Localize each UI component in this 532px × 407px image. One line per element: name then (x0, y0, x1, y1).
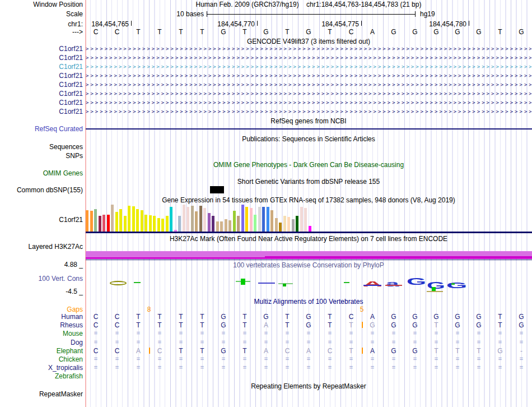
species-row-label-chicken[interactable]: Chicken (0, 355, 83, 363)
gtex-tissue-bar[interactable] (191, 206, 194, 232)
multiz-track-title[interactable]: Multiz Alignments of 100 Vertebrates (85, 298, 532, 306)
gtex-tissue-bar[interactable] (102, 215, 105, 232)
gtex-tissue-bar[interactable] (220, 221, 223, 232)
gencode-gene-label[interactable]: C1orf21 (0, 54, 83, 62)
gtex-tissue-bar[interactable] (128, 206, 130, 232)
gtex-tissue-bar[interactable] (153, 216, 156, 232)
gencode-gene-label[interactable]: C1orf21 (0, 45, 83, 53)
common-dbsnp-label[interactable]: Common dbSNP(155) (0, 186, 83, 194)
gencode-gene-label[interactable]: C1orf21 (0, 99, 83, 107)
gtex-tissue-bar[interactable] (157, 218, 160, 232)
sequences-row-label[interactable]: Sequences (0, 143, 83, 151)
gtex-tissue-bar[interactable] (170, 207, 172, 232)
gtex-tissue-bar[interactable] (90, 211, 93, 232)
gtex-tissue-bar[interactable] (161, 219, 164, 232)
refseq-curated-label[interactable]: RefSeq Curated (0, 125, 83, 133)
gencode-gene-label[interactable]: C1orf21 (0, 63, 83, 71)
gtex-tissue-bar[interactable] (241, 205, 244, 232)
gtex-tissue-bar[interactable] (258, 207, 261, 232)
refseq-curated-gene-line[interactable] (86, 128, 532, 130)
gtex-tissue-bar[interactable] (287, 217, 290, 232)
gtex-tissue-bar[interactable] (228, 220, 231, 232)
gtex-tissue-bar[interactable] (254, 215, 256, 232)
gtex-tissue-bar[interactable] (270, 210, 273, 232)
repeatmasker-track-title[interactable]: Repeating Elements by RepeatMasker (85, 382, 532, 390)
snps-row-label[interactable]: SNPs (0, 152, 83, 160)
repeatmasker-label[interactable]: RepeatMasker (0, 390, 83, 398)
gencode-gene-arrow-line[interactable]: >>>>>>>>>>>>>>>>>>>>>>>>>>>>>>>>>>>>>>>>… (86, 81, 531, 89)
gencode-gene-arrow-line[interactable]: >>>>>>>>>>>>>>>>>>>>>>>>>>>>>>>>>>>>>>>>… (86, 63, 531, 71)
gtex-tissue-bar[interactable] (304, 208, 307, 232)
gencode-gene-label[interactable]: C1orf21 (0, 72, 83, 80)
gtex-gene-label[interactable]: C1orf21 (0, 216, 83, 224)
refseq-track-title[interactable]: RefSeq genes from NCBI (85, 117, 532, 125)
gtex-tissue-bar[interactable] (233, 211, 236, 232)
gencode-gene-arrow-line[interactable]: >>>>>>>>>>>>>>>>>>>>>>>>>>>>>>>>>>>>>>>>… (86, 54, 531, 62)
gtex-tissue-bar[interactable] (86, 210, 88, 232)
vert-cons-label[interactable]: 100 Vert. Cons (0, 275, 83, 283)
species-row-label-mouse[interactable]: Mouse (0, 330, 83, 337)
omim-track-title[interactable]: OMIM Gene Phenotypes - Dark Green Can Be… (85, 161, 532, 169)
gtex-tissue-bar[interactable] (203, 208, 206, 232)
gtex-tissue-bar[interactable] (183, 205, 185, 232)
omim-genes-label[interactable]: OMIM Genes (0, 169, 83, 177)
gencode-gene-label[interactable]: C1orf21 (0, 108, 83, 115)
layered-h3k27ac-label[interactable]: Layered H3K27Ac (0, 243, 83, 251)
gtex-tissue-bar[interactable] (119, 209, 122, 232)
gtex-tissue-bar[interactable] (186, 207, 189, 232)
species-row-label-dog[interactable]: Dog (0, 339, 83, 346)
gencode-gene-label[interactable]: C1orf21 (0, 81, 83, 89)
gtex-tissue-bar[interactable] (212, 216, 214, 232)
gtex-tissue-bar[interactable] (166, 216, 169, 232)
h3k27ac-track-title[interactable]: H3K27Ac Mark (Often Found Near Active Re… (85, 235, 532, 243)
gencode-gene-label[interactable]: C1orf21 (0, 90, 83, 98)
gtex-tissue-bar[interactable] (124, 216, 127, 232)
gencode-track-title[interactable]: GENCODE V49lift37 (3 items filtered out) (85, 38, 532, 45)
snp-variant-box[interactable] (210, 186, 224, 193)
gtex-tissue-bar[interactable] (296, 216, 298, 232)
gtex-track-title[interactable]: Gene Expression in 54 tissues from GTEx … (85, 196, 532, 204)
gtex-tissue-bar[interactable] (94, 209, 97, 232)
gtex-tissue-bar[interactable] (132, 206, 135, 232)
gtex-tissue-bar[interactable] (245, 207, 248, 232)
species-row-label-human[interactable]: Human (0, 313, 83, 321)
gtex-tissue-bar[interactable] (111, 205, 114, 232)
gtex-tissue-bar[interactable] (199, 206, 202, 232)
gtex-tissue-bar[interactable] (237, 216, 240, 232)
gtex-tissue-bar[interactable] (300, 207, 303, 232)
species-row-label-rhesus[interactable]: Rhesus (0, 321, 83, 329)
gtex-tissue-bar[interactable] (141, 210, 143, 232)
gencode-gene-arrow-line[interactable]: >>>>>>>>>>>>>>>>>>>>>>>>>>>>>>>>>>>>>>>>… (86, 99, 531, 107)
gtex-tissue-bar[interactable] (208, 213, 211, 232)
gtex-tissue-bar[interactable] (283, 216, 286, 232)
gtex-tissue-bar[interactable] (107, 215, 110, 232)
gtex-tissue-bar[interactable] (149, 215, 152, 232)
alignment-base: = (85, 339, 106, 345)
gencode-gene-arrow-line[interactable]: >>>>>>>>>>>>>>>>>>>>>>>>>>>>>>>>>>>>>>>>… (86, 108, 531, 115)
conservation-track-title[interactable]: 100 vertebrates Basewise Conservation by… (85, 261, 532, 269)
gtex-tissue-bar[interactable] (225, 219, 227, 232)
dbsnp-track-title[interactable]: Short Genetic Variants from dbSNP releas… (85, 178, 532, 186)
species-row-label-elephant[interactable]: Elephant (0, 347, 83, 355)
gtex-tissue-bar[interactable] (216, 221, 219, 232)
gtex-tissue-bar[interactable] (267, 207, 269, 232)
gtex-tissue-bar[interactable] (99, 216, 101, 232)
gencode-gene-arrow-line[interactable]: >>>>>>>>>>>>>>>>>>>>>>>>>>>>>>>>>>>>>>>>… (86, 90, 531, 98)
species-row-label-zebrafish[interactable]: Zebrafish (0, 372, 83, 380)
gtex-tissue-bar[interactable] (178, 216, 181, 232)
gtex-tissue-bar[interactable] (275, 218, 278, 232)
gencode-gene-arrow-line[interactable]: >>>>>>>>>>>>>>>>>>>>>>>>>>>>>>>>>>>>>>>>… (86, 72, 531, 80)
alignment-base: G (511, 321, 532, 329)
gtex-tissue-bar[interactable] (136, 209, 139, 232)
species-row-label-x_tropicalis[interactable]: X_tropicalis (0, 364, 83, 372)
gencode-gene-arrow-line[interactable]: >>>>>>>>>>>>>>>>>>>>>>>>>>>>>>>>>>>>>>>>… (86, 45, 531, 53)
gtex-tissue-bar[interactable] (250, 208, 253, 232)
gtex-tissue-bar[interactable] (144, 215, 147, 232)
gtex-tissue-bar[interactable] (292, 219, 295, 232)
gtex-tissue-bar[interactable] (279, 223, 282, 232)
publications-track-title[interactable]: Publications: Sequences in Scientific Ar… (85, 135, 532, 143)
gtex-tissue-bar[interactable] (195, 211, 198, 232)
gtex-tissue-bar[interactable] (262, 207, 265, 232)
gtex-tissue-bar[interactable] (309, 226, 311, 232)
gtex-tissue-bar[interactable] (115, 212, 118, 232)
